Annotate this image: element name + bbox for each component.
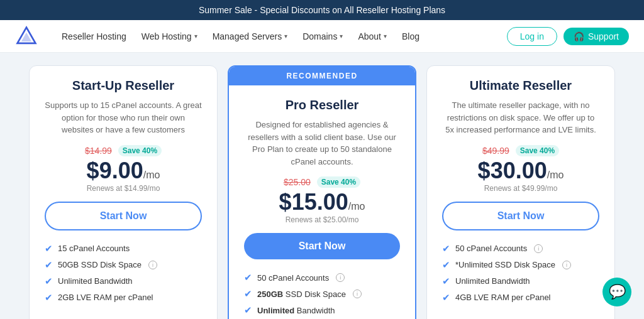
nav-item-reseller-hosting[interactable]: Reseller Hosting [55,28,133,45]
check-icon: ✔ [45,259,53,271]
card-body-ultimate: Ultimate Reseller The ultimate reseller … [427,66,614,193]
login-button[interactable]: Log in [507,27,557,46]
check-icon: ✔ [442,259,450,271]
feature-item: ✔ 50GB SSD Disk Space i [45,257,202,273]
top-banner: Summer Sale - Special Discounts on All R… [0,0,644,20]
navigation: Reseller Hosting Web Hosting ▾ Managed S… [0,20,644,53]
feature-item: ✔ 15 cPanel Accounts [45,241,202,257]
info-icon[interactable]: i [336,273,345,282]
check-icon: ✔ [442,243,450,254]
support-button[interactable]: 🎧 Support [564,28,629,45]
check-icon: ✔ [45,243,53,254]
price-pro: $15.00/mo [244,189,400,215]
price-ultimate: $30.00/mo [442,158,599,184]
chevron-down-icon: ▾ [384,33,387,40]
feature-item: ✔ 50 cPanel Accounts i [442,241,599,257]
card-body-pro: Pro Reseller Designed for established ag… [229,85,415,224]
nav-item-about[interactable]: About ▾ [352,28,393,45]
banner-text: Summer Sale - Special Discounts on All R… [199,5,445,15]
chevron-down-icon: ▾ [284,33,287,40]
plan-card-ultimate: Ultimate Reseller The ultimate reseller … [426,65,615,319]
plan-title-ultimate: Ultimate Reseller [442,78,599,93]
nav-item-managed-servers[interactable]: Managed Servers ▾ [206,28,294,45]
check-icon: ✔ [244,272,252,283]
nav-item-blog[interactable]: Blog [396,28,426,45]
recommended-badge: RECOMMENDED [229,67,415,85]
pricing-row-pro: $25.00 Save 40% [244,176,400,188]
card-body-startup: Start-Up Reseller Supports up to 15 cPan… [30,66,217,193]
renews-ultimate: Renews at $49.99/mo [442,184,599,193]
feature-item: ✔ 50 cPanel Accounts i [244,269,400,286]
plan-title-startup: Start-Up Reseller [45,78,202,93]
feature-item: ✔ 2GB LVE RAM per cPanel [45,289,202,306]
feature-item: ✔ Unlimited Bandwidth [442,273,599,289]
plan-card-pro: RECOMMENDED Pro Reseller Designed for es… [228,65,416,319]
check-icon: ✔ [244,305,252,316]
check-icon: ✔ [45,276,53,287]
chevron-down-icon: ▾ [194,33,197,40]
plan-title-pro: Pro Reseller [244,98,400,112]
price-startup: $9.00/mo [45,158,202,184]
plan-card-startup: Start-Up Reseller Supports up to 15 cPan… [29,65,218,319]
feature-item: ✔ *Unlimited SSD Disk Space i [442,257,599,273]
chat-button[interactable]: 💬 [602,278,631,306]
info-icon[interactable]: i [534,244,543,253]
pricing-row-ultimate: $49.99 Save 40% [442,145,599,156]
pricing-row-startup: $14.99 Save 40% [45,145,202,156]
start-now-button-startup[interactable]: Start Now [45,202,202,230]
check-icon: ✔ [45,292,53,303]
feature-item: ✔ Unlimited Bandwidth [244,302,400,318]
pricing-section: Start-Up Reseller Supports up to 15 cPan… [0,53,644,319]
feature-item: ✔ 250GB SSD Disk Space i [244,286,400,302]
feature-item: ✔ 4GB LVE RAM per cPanel [442,289,599,306]
nav-item-domains[interactable]: Domains ▾ [296,28,349,45]
check-icon: ✔ [442,276,450,287]
headset-icon: 🎧 [574,31,584,41]
chat-icon: 💬 [609,284,626,300]
plan-desc-ultimate: The ultimate reseller package, with no r… [442,99,599,136]
old-price-pro: $25.00 [284,177,311,187]
nav-links: Reseller Hosting Web Hosting ▾ Managed S… [55,28,507,45]
start-now-button-ultimate[interactable]: Start Now [442,202,599,230]
info-icon[interactable]: i [148,261,157,269]
save-badge-startup: Save 40% [118,145,162,156]
start-now-button-pro[interactable]: Start Now [244,233,400,259]
nav-item-web-hosting[interactable]: Web Hosting ▾ [135,28,204,45]
renews-startup: Renews at $14.99/mo [45,184,202,193]
features-startup: ✔ 15 cPanel Accounts ✔ 50GB SSD Disk Spa… [30,241,217,306]
check-icon: ✔ [442,292,450,303]
old-price-startup: $14.99 [85,146,112,156]
features-pro: ✔ 50 cPanel Accounts i ✔ 250GB SSD Disk … [229,269,415,319]
features-ultimate: ✔ 50 cPanel Accounts i ✔ *Unlimited SSD … [427,241,614,306]
chevron-down-icon: ▾ [340,33,343,40]
plan-desc-pro: Designed for established agencies & rese… [244,119,400,168]
old-price-ultimate: $49.99 [482,146,509,156]
renews-pro: Renews at $25.00/mo [244,215,400,224]
plan-desc-startup: Supports up to 15 cPanel accounts. A gre… [45,99,202,136]
info-icon[interactable]: i [562,261,571,269]
save-badge-ultimate: Save 40% [516,145,559,156]
check-icon: ✔ [244,288,252,300]
info-icon[interactable]: i [353,289,362,298]
feature-item: ✔ Unlimited Bandwidth [45,273,202,289]
nav-actions: Log in 🎧 Support [507,27,629,46]
save-badge-pro: Save 40% [317,176,360,188]
logo[interactable] [15,25,38,48]
